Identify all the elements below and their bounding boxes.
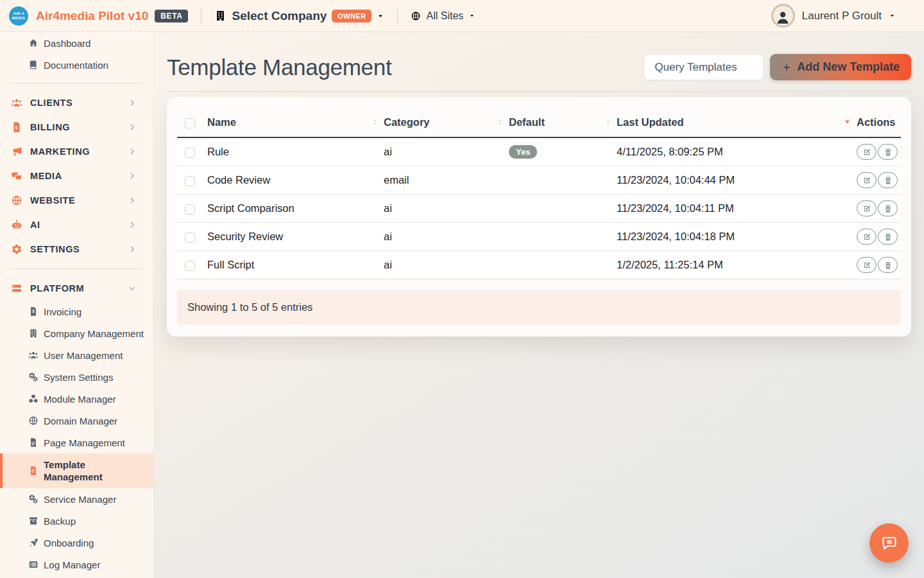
sidebar-item-dashboard[interactable]: Dashboard xyxy=(0,32,153,54)
user-menu[interactable]: Laurent P Groult xyxy=(771,4,896,28)
sidebar-section-platform[interactable]: PLATFORM xyxy=(0,276,153,301)
cell-name: Full Script xyxy=(207,251,384,279)
svg-text:$: $ xyxy=(15,125,18,130)
add-new-template-button[interactable]: Add New Template xyxy=(770,54,911,80)
sidebar-item-invoicing[interactable]: $Invoicing xyxy=(0,301,153,322)
users-icon xyxy=(28,350,38,360)
trash-icon xyxy=(884,204,893,213)
column-header-category[interactable]: Category xyxy=(384,107,509,137)
caret-down-icon xyxy=(468,12,475,19)
delete-button[interactable] xyxy=(878,172,898,188)
edit-button[interactable] xyxy=(857,200,877,216)
trash-icon xyxy=(884,232,893,241)
cell-name: Rule xyxy=(207,137,384,166)
globe-icon xyxy=(28,416,38,426)
sidebar-section-billing[interactable]: $BILLING xyxy=(0,115,153,139)
edit-button[interactable] xyxy=(857,229,877,245)
sidebar-item-label: Backup xyxy=(44,516,76,527)
sidebar-section-ai[interactable]: AI xyxy=(0,213,153,237)
cell-last-updated: 11/23/2024, 10:04:18 PM xyxy=(617,223,857,251)
cell-category: ai xyxy=(384,251,509,279)
chevron-down-icon xyxy=(128,284,137,293)
chevron-right-icon xyxy=(128,147,137,156)
app-logo: AIR 4 MEDIA xyxy=(9,6,28,26)
sidebar-item-page-management[interactable]: Page Management xyxy=(0,432,153,453)
chevron-right-icon xyxy=(128,98,137,107)
default-badge: Yes xyxy=(509,145,537,159)
delete-button[interactable] xyxy=(878,229,898,245)
main-content: Template Management Add New Template Nam… xyxy=(154,32,924,578)
sidebar-item-template-management[interactable]: Template Management xyxy=(0,453,153,488)
search-input[interactable] xyxy=(644,54,764,80)
sidebar-item-documentation[interactable]: Documentation xyxy=(0,54,153,76)
cell-category: ai xyxy=(384,137,509,166)
column-label: Default xyxy=(509,116,545,128)
sidebar-section-label: PLATFORM xyxy=(30,283,84,293)
edit-button[interactable] xyxy=(857,257,877,273)
megaphone-icon xyxy=(11,146,22,157)
sidebar-section-website[interactable]: WEBSITE xyxy=(0,188,153,213)
svg-text:$: $ xyxy=(32,309,35,314)
cell-last-updated: 11/23/2024, 10:04:11 PM xyxy=(617,195,857,223)
sidebar-item-module-manager[interactable]: Module Manager xyxy=(0,388,153,410)
sidebar-item-login-monitor[interactable]: Login Monitor xyxy=(0,575,153,578)
caret-down-icon xyxy=(889,12,896,19)
trash-icon xyxy=(884,176,893,185)
cell-actions xyxy=(857,195,901,223)
sidebar-item-backup[interactable]: Backup xyxy=(0,510,153,532)
add-button-label: Add New Template xyxy=(797,60,900,74)
chevron-right-icon xyxy=(128,220,137,229)
row-checkbox[interactable] xyxy=(185,148,195,158)
template-icon xyxy=(28,466,38,476)
row-checkbox[interactable] xyxy=(185,261,195,271)
sidebar-item-service-manager[interactable]: Service Manager xyxy=(0,488,153,510)
sidebar-section-media[interactable]: MEDIA xyxy=(0,164,153,188)
table-row: Full Scriptai1/2/2025, 11:25:14 PM xyxy=(177,251,901,279)
sidebar-item-company-management[interactable]: Company Management xyxy=(0,322,153,344)
sidebar-item-domain-manager[interactable]: Domain Manager xyxy=(0,410,153,432)
cell-category: ai xyxy=(384,223,509,251)
column-header-last-updated[interactable]: Last Updated xyxy=(617,107,857,137)
sidebar-section-settings[interactable]: SETTINGS xyxy=(0,237,153,261)
cell-name: Code Review xyxy=(207,166,384,195)
sidebar-divider xyxy=(10,268,143,269)
building-icon xyxy=(28,328,38,338)
invoice-icon: $ xyxy=(11,121,22,133)
edit-icon xyxy=(862,148,871,157)
sidebar-item-label: User Management xyxy=(44,350,123,361)
column-header-default[interactable]: Default xyxy=(509,107,617,137)
delete-button[interactable] xyxy=(878,144,898,160)
sidebar-section-label: CLIENTS xyxy=(30,98,73,108)
select-all-checkbox[interactable] xyxy=(185,118,195,128)
edit-button[interactable] xyxy=(857,144,877,160)
plus-icon xyxy=(782,62,792,73)
column-header-actions[interactable]: Actions xyxy=(857,107,901,137)
invoice-icon: $ xyxy=(28,306,38,317)
sidebar-item-label: Page Management xyxy=(44,437,125,448)
sidebar-section-clients[interactable]: CLIENTS xyxy=(0,91,153,115)
company-selector[interactable]: Select Company OWNER xyxy=(214,9,384,23)
sidebar-item-onboarding[interactable]: Onboarding xyxy=(0,532,153,554)
column-header-name[interactable]: Name xyxy=(207,107,384,137)
sidebar-item-log-manager[interactable]: Log Manager xyxy=(0,554,153,575)
row-checkbox[interactable] xyxy=(185,176,195,186)
sidebar-item-system-settings[interactable]: System Settings xyxy=(0,366,153,388)
divider xyxy=(397,8,398,24)
delete-button[interactable] xyxy=(878,200,898,216)
sidebar-section-marketing[interactable]: MARKETING xyxy=(0,139,153,164)
edit-icon xyxy=(862,204,871,213)
trash-icon xyxy=(884,261,893,270)
edit-button[interactable] xyxy=(857,172,877,188)
building-icon xyxy=(214,10,227,22)
list-icon xyxy=(28,559,38,570)
delete-button[interactable] xyxy=(878,257,898,273)
sites-selector[interactable]: All Sites xyxy=(411,10,475,22)
sidebar-section-label: MARKETING xyxy=(30,146,90,157)
user-name: Laurent P Groult xyxy=(802,10,882,22)
sidebar-section-label: MEDIA xyxy=(30,171,62,181)
chat-fab-button[interactable] xyxy=(869,523,909,563)
row-checkbox[interactable] xyxy=(185,204,195,215)
row-checkbox[interactable] xyxy=(185,232,195,243)
column-label: Category xyxy=(384,116,430,128)
sidebar-item-user-management[interactable]: User Management xyxy=(0,344,153,366)
